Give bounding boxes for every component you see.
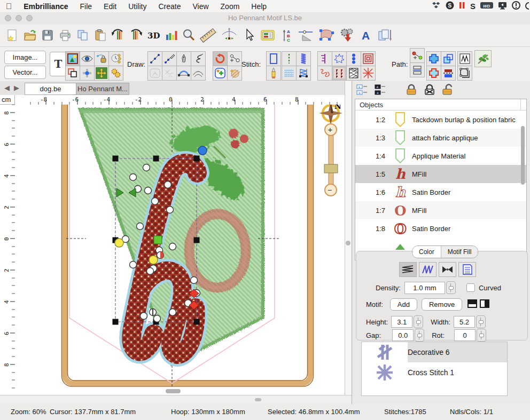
open-file-icon[interactable] — [21, 27, 38, 44]
copy-page-stitch-icon[interactable] — [375, 27, 395, 44]
object-row-1-6[interactable]: 1:6 h Satin Border — [355, 183, 526, 201]
motif-style-a-icon[interactable] — [467, 299, 477, 310]
polyline-tool-icon[interactable] — [148, 52, 162, 66]
lock-path-icon[interactable] — [95, 52, 108, 66]
bowtie-icon[interactable] — [439, 262, 456, 277]
3d-view-icon[interactable]: 3D — [144, 27, 162, 44]
motif-star-icon[interactable] — [332, 52, 346, 66]
menu-file[interactable]: File — [74, 2, 98, 11]
save-icon[interactable] — [38, 27, 56, 44]
ruler-icon[interactable] — [197, 27, 219, 44]
stitch-generate-icon[interactable] — [337, 27, 357, 44]
branch-stitch-icon[interactable] — [318, 52, 332, 66]
tab-motif-fill[interactable]: Motif Fill — [441, 246, 478, 258]
vector-button[interactable]: Vector... — [4, 66, 46, 79]
copy-icon[interactable] — [74, 27, 91, 44]
satin-column-icon[interactable] — [297, 52, 310, 66]
run-stitch-icon[interactable] — [282, 52, 296, 66]
lock-icon[interactable] — [405, 83, 418, 98]
union-shapes-icon[interactable] — [427, 52, 441, 66]
zigzag-fill-icon[interactable] — [399, 262, 417, 277]
tab-next-icon[interactable]: ▶ — [14, 84, 19, 92]
redraw-icon[interactable] — [213, 52, 227, 66]
collapse-all-icon[interactable]: ++ — [374, 83, 387, 98]
gap-stepper[interactable] — [415, 329, 424, 342]
select-objects-icon[interactable] — [66, 66, 80, 80]
add-hatch-icon[interactable] — [228, 66, 241, 80]
title-bar[interactable]: Ho Pennant Motif LS.be — [0, 12, 530, 25]
clipped-menu-icon[interactable] — [525, 2, 529, 11]
outline-shapes-icon[interactable] — [427, 66, 441, 80]
unlock-icon[interactable] — [441, 83, 455, 98]
cross-stitch-icon[interactable] — [361, 66, 375, 80]
outline-rect-icon[interactable] — [267, 52, 280, 66]
rotate-icon[interactable] — [127, 27, 144, 44]
motif-row-decorative6[interactable]: Decorative 6 — [362, 342, 507, 362]
crosshatch-fill-icon[interactable] — [347, 66, 361, 80]
satin-box-icon[interactable] — [458, 52, 472, 66]
stitch-angle-icon[interactable] — [295, 27, 316, 44]
stitch-points-icon[interactable] — [219, 27, 240, 44]
height-stepper[interactable] — [414, 315, 423, 328]
display-icon[interactable] — [498, 2, 507, 11]
freehand-curve-icon[interactable] — [191, 52, 205, 66]
echo-fill-icon[interactable] — [361, 52, 375, 66]
height-input[interactable]: 3.1 — [391, 316, 412, 328]
alert-icon[interactable] — [512, 1, 520, 11]
menu-edit[interactable]: Edit — [98, 2, 122, 11]
magnify-icon[interactable] — [180, 27, 197, 44]
density-histogram-icon[interactable] — [162, 27, 180, 44]
menu-utility[interactable]: Utility — [122, 2, 152, 11]
satin-fill-icon[interactable] — [419, 262, 437, 277]
panel-divider[interactable] — [352, 81, 352, 404]
object-row-1-8[interactable]: 1:8 O Satin Border — [355, 219, 526, 237]
curve-tool-icon[interactable] — [191, 66, 205, 80]
object-row-1-2[interactable]: 1:2 Tackdown burlap & position fabric — [355, 110, 526, 129]
motif-fill-icon[interactable] — [332, 66, 346, 80]
connect-points-icon[interactable] — [228, 52, 241, 66]
sequence-icon[interactable] — [458, 66, 472, 80]
dropbox-icon[interactable] — [432, 1, 441, 11]
bead-row-icon[interactable] — [347, 52, 361, 66]
letter-tool-icon[interactable]: A — [357, 27, 375, 44]
column-zigzag-icon[interactable] — [297, 66, 310, 80]
eye-icon[interactable] — [80, 52, 94, 66]
stipple-fill-icon[interactable] — [318, 66, 332, 80]
object-row-1-3[interactable]: 1:3 attach fabric applique — [355, 129, 526, 147]
add-node-icon[interactable] — [410, 49, 424, 62]
tab-ho-pennant[interactable]: Ho Pennant M... — [76, 83, 129, 95]
width-input[interactable]: 5.2 — [454, 316, 475, 328]
menu-view[interactable]: View — [186, 2, 214, 11]
properties-card-icon[interactable] — [258, 27, 278, 44]
entry-point[interactable] — [115, 239, 123, 247]
curved-checkbox[interactable] — [466, 283, 475, 292]
align-bars-icon[interactable] — [410, 63, 424, 77]
menu-help[interactable]: Help — [245, 2, 272, 11]
properties-doc-icon[interactable] — [458, 262, 476, 277]
pause-icon[interactable] — [459, 2, 465, 11]
object-row-1-5[interactable]: 1:5 h MFill — [355, 165, 526, 183]
motif-add-button[interactable]: Add — [390, 298, 417, 311]
add-shape-icon[interactable] — [213, 66, 227, 80]
zoom-slider-thumb[interactable] — [324, 164, 338, 173]
image-button[interactable]: Image... — [4, 51, 46, 64]
pencil-stitch-icon[interactable] — [267, 66, 280, 80]
fill-stitch-icon[interactable] — [282, 66, 296, 80]
tab-color[interactable]: Color — [412, 246, 441, 258]
menu-create[interactable]: Create — [152, 2, 186, 11]
rot-input[interactable]: 0 — [454, 329, 476, 341]
center-origin-icon[interactable] — [80, 66, 94, 80]
node-edit-icon[interactable] — [316, 27, 337, 44]
combine-shapes-icon[interactable] — [441, 52, 455, 66]
paste-icon[interactable] — [91, 27, 109, 44]
gap-input[interactable]: 0.0 — [392, 329, 414, 341]
clock-history-icon[interactable] — [109, 52, 123, 66]
object-row-1-4[interactable]: 1:4 Applique Material — [355, 147, 526, 165]
expand-all-icon[interactable]: ++ — [356, 83, 369, 98]
show-image-icon[interactable] — [66, 52, 80, 66]
menu-app[interactable]: Embrilliance — [18, 2, 74, 11]
lock-x-icon[interactable] — [423, 83, 436, 98]
arc-points-icon[interactable] — [177, 66, 191, 80]
motif-row-crossstitch1[interactable]: Cross Stitch 1 — [362, 362, 507, 383]
density-input[interactable]: 1.0 mm — [404, 282, 445, 294]
